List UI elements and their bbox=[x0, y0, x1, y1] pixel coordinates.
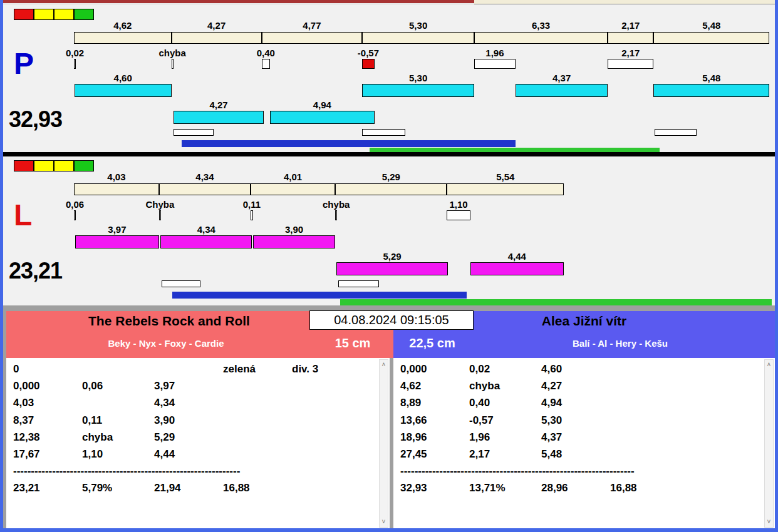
split-segment-bar bbox=[262, 32, 363, 44]
split-segment-value: 4,62 bbox=[74, 20, 172, 31]
split-segment-value: 6,33 bbox=[474, 20, 608, 31]
lane-panel-right: P 32,93 4,624,274,775,306,332,175,480,02… bbox=[3, 5, 775, 152]
table-cell: chyba bbox=[469, 380, 500, 392]
status-light-square bbox=[54, 9, 74, 20]
table-cell: 32,93 bbox=[400, 482, 427, 494]
table-cell: 4,03 bbox=[13, 397, 34, 409]
box-turn-marker bbox=[655, 129, 697, 136]
table-cell: zelená bbox=[223, 363, 256, 376]
scroll-down-arrow[interactable]: ˅ bbox=[765, 519, 773, 525]
split-segment-bar bbox=[172, 32, 262, 44]
pass-marker-box bbox=[335, 210, 337, 220]
status-light-square bbox=[14, 9, 34, 20]
split-segment-bar bbox=[74, 183, 159, 195]
table-cell: 0 bbox=[13, 363, 19, 376]
dog-run-value: 4,27 bbox=[174, 100, 264, 110]
dog-run-value: 3,97 bbox=[75, 224, 159, 235]
split-segment-value: 4,27 bbox=[172, 20, 262, 31]
split-segment-value: 5,29 bbox=[335, 171, 447, 182]
table-cell: 5,79% bbox=[82, 482, 112, 494]
table-cell: 3,97 bbox=[154, 380, 175, 392]
table-cell: ----------------------------------------… bbox=[13, 465, 240, 478]
window-right-border bbox=[775, 0, 778, 532]
status-light-square bbox=[34, 9, 54, 20]
pass-value: 1,10 bbox=[433, 199, 484, 210]
table-cell: 0,000 bbox=[400, 363, 427, 376]
pass-value: 2,17 bbox=[606, 48, 656, 58]
scroll-down-arrow[interactable]: ˅ bbox=[380, 519, 388, 525]
table-cell: 21,94 bbox=[154, 482, 181, 494]
table-cell: 2,17 bbox=[469, 448, 490, 461]
background-titlebar-strip bbox=[474, 0, 778, 4]
split-segment-value: 5,54 bbox=[447, 171, 564, 182]
scroll-up-arrow[interactable]: ˄ bbox=[380, 362, 388, 368]
table-cell: 4,62 bbox=[400, 380, 421, 392]
dog-run-bar bbox=[362, 84, 474, 97]
dog-run-bar bbox=[253, 235, 335, 248]
pass-marker-box bbox=[608, 59, 653, 69]
datetime-display: 04.08.2024 09:15:05 bbox=[309, 310, 474, 330]
dog-run-value: 4,44 bbox=[470, 251, 564, 262]
window-left-border bbox=[0, 0, 3, 532]
pass-value: 0,02 bbox=[50, 48, 100, 58]
table-cell: 8,89 bbox=[400, 397, 421, 409]
box-turn-marker bbox=[362, 129, 405, 136]
table-cell: 18,96 bbox=[400, 431, 427, 444]
table-cell: div. 3 bbox=[292, 363, 318, 376]
pass-marker-box bbox=[74, 59, 76, 69]
table-cell: -0,57 bbox=[469, 414, 494, 427]
table-cell: 4,34 bbox=[154, 397, 175, 409]
pass-marker-box bbox=[362, 59, 374, 69]
split-segment-bar bbox=[159, 183, 251, 195]
dog-run-value: 5,48 bbox=[653, 73, 769, 83]
table-cell: 5,48 bbox=[541, 448, 562, 461]
table-scrollbar[interactable]: ˄ ˅ bbox=[764, 359, 774, 528]
split-segment-value: 2,17 bbox=[608, 20, 653, 31]
lane-panel-left: L 23,21 4,034,344,015,295,540,06Chyba0,1… bbox=[3, 156, 775, 305]
pass-value: 0,11 bbox=[227, 199, 277, 210]
box-turn-marker bbox=[162, 280, 200, 287]
dog-run-value: 4,37 bbox=[516, 73, 608, 83]
dog-run-bar bbox=[270, 111, 374, 124]
pass-marker-box bbox=[251, 210, 253, 220]
dog-run-bar bbox=[75, 84, 172, 97]
lane-divider bbox=[3, 152, 775, 156]
lane-progress-blue-bar bbox=[172, 292, 467, 299]
pass-value: chyba bbox=[147, 48, 197, 58]
table-cell: 23,21 bbox=[13, 482, 40, 494]
table-cell: 12,38 bbox=[13, 431, 40, 444]
lane-label: P bbox=[14, 49, 34, 79]
split-segment-value: 5,30 bbox=[362, 20, 474, 31]
split-segment-value: 4,34 bbox=[159, 171, 251, 182]
dog-run-bar bbox=[336, 262, 448, 275]
table-scrollbar[interactable]: ˄ ˅ bbox=[379, 359, 388, 528]
box-turn-marker bbox=[338, 280, 379, 287]
table-cell: 4,94 bbox=[541, 397, 562, 409]
table-cell: 5,29 bbox=[154, 431, 175, 444]
status-light-square bbox=[54, 160, 74, 171]
split-segment-bar bbox=[474, 32, 608, 44]
pass-marker-box bbox=[262, 59, 270, 69]
jump-height: 15 cm bbox=[321, 336, 384, 350]
jump-height: 22,5 cm bbox=[398, 336, 467, 350]
dog-run-value: 4,94 bbox=[270, 100, 374, 110]
team-dogs: Balí - Al - Hery - Kešu bbox=[467, 338, 774, 349]
dog-run-bar bbox=[653, 84, 769, 97]
dog-run-bar bbox=[160, 235, 252, 248]
lane-progress-green-bar bbox=[340, 299, 772, 305]
dog-run-value: 4,60 bbox=[75, 73, 172, 83]
table-cell: 28,96 bbox=[541, 482, 568, 494]
results-section: The Rebels Rock and Roll Beky - Nyx - Fo… bbox=[3, 305, 775, 529]
split-segment-value: 4,77 bbox=[262, 20, 363, 31]
scroll-up-arrow[interactable]: ˄ bbox=[765, 362, 773, 368]
dog-run-value: 5,29 bbox=[336, 251, 448, 262]
status-light-square bbox=[34, 160, 54, 171]
pass-marker-box bbox=[74, 210, 76, 220]
table-cell: 4,37 bbox=[541, 431, 562, 444]
table-cell: 4,60 bbox=[541, 363, 562, 376]
status-light-square bbox=[74, 160, 94, 171]
table-cell: 0,02 bbox=[469, 363, 490, 376]
window-bottom-border bbox=[0, 528, 778, 532]
split-segment-bar bbox=[362, 32, 474, 44]
team-name: The Rebels Rock and Roll bbox=[9, 314, 329, 329]
